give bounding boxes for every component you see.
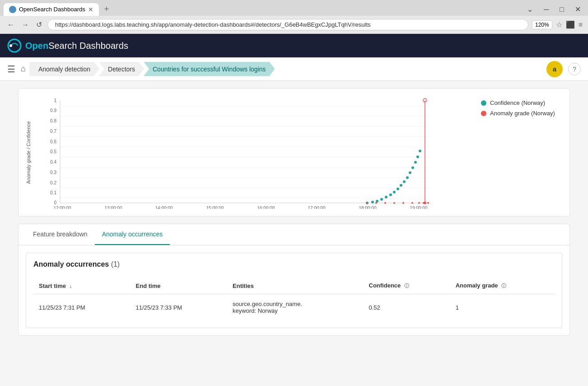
- tabs-content: Anomaly occurrences (1) Start time ↓ End…: [19, 245, 569, 335]
- chart-section: Anomaly grade / Confidence: [18, 88, 570, 217]
- back-button[interactable]: ←: [5, 19, 16, 31]
- minimize-button[interactable]: ─: [540, 4, 552, 15]
- browser-chrome: OpenSearch Dashboards ✕ + ⌄ ─ □ ✕ ← → ↺ …: [0, 0, 588, 34]
- cell-start-time: 11/25/23 7:31 PM: [33, 294, 131, 321]
- url-input[interactable]: [47, 19, 528, 30]
- sidebar-toggle-button[interactable]: ☰: [7, 64, 15, 75]
- tab-anomaly-occurrences[interactable]: Anomaly occurrences: [95, 224, 170, 245]
- anomaly-grade-label: Anomaly grade (Norway): [490, 110, 555, 117]
- logo-open: Open: [25, 41, 48, 51]
- svg-text:18:00:00: 18:00:00: [359, 206, 377, 209]
- table-row: 11/25/23 7:31 PM 11/25/23 7:33 PM source…: [33, 294, 555, 321]
- svg-text:15:00:00: 15:00:00: [206, 206, 224, 209]
- table-header: Start time ↓ End time Entities Confidenc…: [33, 278, 555, 294]
- svg-point-32: [397, 188, 399, 190]
- svg-point-40: [419, 150, 421, 152]
- col-anomaly-grade: Anomaly grade ⓘ: [450, 278, 555, 294]
- logo-text: OpenSearch Dashboards: [25, 41, 128, 51]
- confidence-label: Confidence (Norway): [490, 99, 545, 106]
- svg-point-42: [375, 202, 377, 204]
- cell-anomaly-grade: 1: [450, 294, 555, 321]
- chart-svg-wrapper: Anomaly grade / Confidence: [26, 96, 474, 209]
- tab-favicon: [9, 6, 16, 13]
- occurrences-count: (1): [111, 260, 120, 268]
- tab-title: OpenSearch Dashboards: [19, 6, 85, 13]
- cell-confidence: 0.52: [364, 294, 450, 321]
- svg-text:12:00:00: 12:00:00: [54, 206, 71, 209]
- svg-point-37: [411, 166, 414, 169]
- svg-point-29: [385, 196, 387, 198]
- close-button[interactable]: ✕: [571, 3, 584, 15]
- svg-text:19:00:00: 19:00:00: [410, 206, 428, 209]
- svg-text:1: 1: [54, 98, 56, 103]
- svg-point-33: [400, 184, 402, 187]
- tabs-header: Feature breakdown Anomaly occurrences: [19, 224, 569, 245]
- svg-point-44: [393, 202, 395, 204]
- menu-icon[interactable]: ≡: [579, 21, 583, 29]
- forward-button[interactable]: →: [20, 19, 31, 31]
- legend-confidence: Confidence (Norway): [481, 99, 562, 106]
- app-logo: OpenSearch Dashboards: [7, 38, 128, 53]
- svg-point-41: [366, 202, 368, 204]
- confidence-dot: [481, 100, 486, 106]
- svg-point-38: [414, 161, 417, 164]
- svg-text:17:00:00: 17:00:00: [308, 206, 326, 209]
- cell-entities: source.geo.country_name.keyword: Norway: [227, 294, 363, 321]
- nav-right: a ?: [546, 61, 581, 77]
- avatar[interactable]: a: [546, 61, 563, 77]
- address-bar: ← → ↺ 120% ☆ ⬛ ≡: [0, 16, 588, 34]
- zoom-level: 120%: [532, 20, 552, 29]
- extensions-icon[interactable]: ⬛: [566, 20, 575, 29]
- home-button[interactable]: ⌂: [21, 64, 26, 74]
- svg-point-45: [402, 202, 404, 204]
- legend-anomaly-grade: Anomaly grade (Norway): [481, 110, 562, 117]
- svg-text:16:00:00: 16:00:00: [257, 206, 275, 209]
- bookmark-icon[interactable]: ☆: [556, 20, 562, 29]
- logo-dashboards: Dashboards: [77, 41, 128, 51]
- maximize-button[interactable]: □: [556, 4, 568, 15]
- active-tab[interactable]: OpenSearch Dashboards ✕: [4, 3, 99, 16]
- col-entities: Entities: [227, 278, 363, 294]
- breadcrumb-detectors[interactable]: Detectors: [99, 62, 144, 76]
- breadcrumb-anomaly-detection[interactable]: Anomaly detection: [29, 62, 99, 76]
- occurrences-card: Anomaly occurrences (1) Start time ↓ End…: [26, 253, 562, 328]
- table-header-row: Start time ↓ End time Entities Confidenc…: [33, 278, 555, 294]
- svg-text:13:00:00: 13:00:00: [105, 206, 122, 209]
- svg-point-34: [403, 180, 406, 183]
- breadcrumb-countries-logins[interactable]: Countries for successful Windows logins: [144, 62, 275, 76]
- svg-point-28: [380, 198, 383, 201]
- svg-text:0.2: 0.2: [50, 180, 56, 185]
- svg-point-39: [416, 155, 419, 158]
- tab-close-button[interactable]: ✕: [88, 6, 93, 13]
- tab-feature-breakdown[interactable]: Feature breakdown: [26, 224, 95, 245]
- svg-text:0.5: 0.5: [50, 149, 56, 154]
- logo-search: Search: [48, 41, 77, 51]
- svg-point-36: [409, 171, 411, 174]
- chart-container: Anomaly grade / Confidence: [26, 96, 562, 209]
- cell-end-time: 11/25/23 7:33 PM: [131, 294, 228, 321]
- table-body: 11/25/23 7:31 PM 11/25/23 7:33 PM source…: [33, 294, 555, 321]
- svg-point-52: [424, 202, 426, 204]
- opensearch-logo-icon: [7, 38, 22, 53]
- col-end-time: End time: [131, 278, 228, 294]
- chevron-down-icon[interactable]: ⌄: [523, 3, 537, 15]
- new-tab-button[interactable]: +: [101, 3, 113, 16]
- occurrences-table: Start time ↓ End time Entities Confidenc…: [33, 278, 555, 320]
- help-button[interactable]: ?: [568, 63, 581, 75]
- app-header: OpenSearch Dashboards: [0, 34, 588, 57]
- svg-text:0.6: 0.6: [50, 139, 56, 144]
- window-controls: ⌄ ─ □ ✕: [523, 3, 584, 15]
- anomaly-grade-info-icon[interactable]: ⓘ: [501, 282, 506, 289]
- tab-bar: OpenSearch Dashboards ✕ + ⌄ ─ □ ✕: [0, 0, 588, 16]
- chart-legend: Confidence (Norway) Anomaly grade (Norwa…: [481, 96, 562, 209]
- chart-svg: 1 0.9 0.8 0.7 0.6 0.5 0.4 0.3 0.2 0.1 0 …: [33, 96, 439, 209]
- breadcrumb: Anomaly detection Detectors Countries fo…: [29, 62, 275, 76]
- svg-point-46: [411, 202, 413, 204]
- svg-point-31: [393, 191, 396, 193]
- sort-icon[interactable]: ↓: [70, 283, 72, 289]
- svg-text:0.3: 0.3: [50, 170, 56, 175]
- confidence-info-icon[interactable]: ⓘ: [404, 282, 409, 289]
- reload-button[interactable]: ↺: [34, 19, 44, 31]
- occurrences-title: Anomaly occurrences (1): [33, 260, 555, 268]
- y-axis-label: Anomaly grade / Confidence: [26, 121, 31, 184]
